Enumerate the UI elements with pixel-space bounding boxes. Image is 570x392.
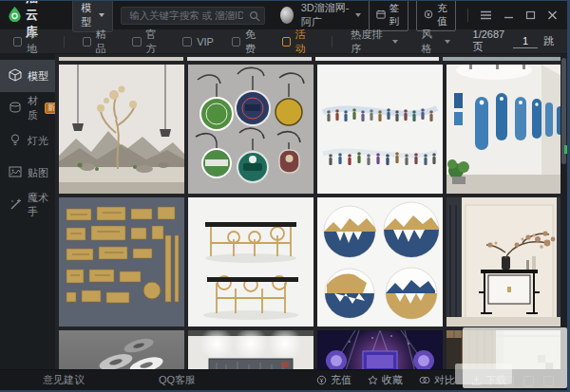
filter-label: 精品 — [96, 28, 115, 56]
sidebar-item-materials[interactable]: 材质 新 — [0, 92, 55, 124]
checkbox — [232, 37, 240, 47]
filter-label: 免费 — [245, 28, 264, 56]
thumbnail-wall-discs[interactable] — [317, 197, 443, 327]
sidebar-item-label: 模型 — [28, 69, 48, 84]
style-label: 风格 — [421, 28, 439, 56]
coin-icon — [424, 9, 433, 21]
search-icon[interactable] — [249, 9, 260, 26]
thumbnail-console-table[interactable] — [446, 197, 567, 327]
chevron-down-icon — [355, 13, 361, 17]
divider — [332, 36, 332, 47]
chevron-down-icon — [445, 40, 450, 44]
checkbox — [182, 37, 192, 47]
magic-wand-icon — [9, 197, 22, 213]
close-icon[interactable] — [547, 10, 558, 20]
thumbnail-people-cutouts[interactable] — [317, 65, 443, 194]
filter-vip[interactable]: VIP — [182, 36, 214, 47]
picture-icon — [9, 165, 22, 180]
sidebar-item-textures[interactable]: 贴图 — [0, 157, 55, 189]
sidebar-item-label: 魔术手 — [28, 191, 55, 219]
app-window: 溜云库 模型 3D溜溜网-阿广 签到 充值 — [0, 0, 570, 392]
checkbox — [83, 37, 91, 47]
window-controls — [480, 10, 558, 20]
menu-icon[interactable] — [480, 10, 492, 20]
thumbnail-grid — [59, 65, 567, 369]
search-input[interactable] — [121, 7, 265, 25]
action-label: 收藏 — [382, 373, 403, 387]
thumbnail-gold-carvings[interactable] — [59, 197, 184, 327]
thumbnail-culture-wall[interactable] — [446, 65, 567, 194]
filter-premium[interactable]: 精品 — [83, 28, 115, 56]
thumbnail-stage-lighting[interactable] — [317, 330, 443, 369]
signin-label: 签到 — [390, 2, 401, 28]
cube-icon — [9, 68, 22, 84]
sidebar: 模型 材质 新 灯光 贴图 魔术手 — [0, 54, 55, 369]
action-label: 充值 — [331, 373, 352, 387]
maximize-icon[interactable] — [525, 10, 536, 20]
watermark-overlay — [455, 364, 512, 384]
compare-action[interactable]: 对比 — [419, 373, 455, 387]
thumbnail-sign-boards[interactable] — [188, 65, 314, 194]
filter-label: 本地 — [27, 28, 46, 56]
sidebar-item-models[interactable]: 模型 — [0, 60, 55, 92]
jump-button[interactable]: 跳 — [543, 34, 554, 48]
filter-label: 官方 — [146, 28, 165, 56]
thumbnail-zen-garden[interactable] — [59, 65, 184, 194]
calendar-icon — [376, 9, 386, 21]
action-label: 对比 — [434, 373, 455, 387]
coin-icon — [316, 375, 327, 385]
filter-activity[interactable]: 活动 — [282, 28, 314, 56]
sidebar-item-label: 材质 — [28, 94, 38, 122]
checkbox — [132, 37, 141, 47]
scrollbar-marker — [564, 145, 567, 154]
drop-logo-icon — [8, 6, 22, 26]
material-icon — [9, 101, 22, 116]
search-wrap — [121, 6, 265, 25]
avatar[interactable] — [280, 7, 294, 24]
filter-free[interactable]: 免费 — [232, 28, 264, 56]
thumbnail-reception-wall[interactable] — [188, 330, 314, 369]
checkbox — [13, 37, 22, 47]
chevron-down-icon — [392, 40, 398, 44]
qq-service-link[interactable]: QQ客服 — [159, 373, 196, 387]
favorite-action[interactable]: 收藏 — [368, 373, 403, 387]
scrollbar[interactable] — [560, 54, 567, 369]
pagination: 1/2687页 跳 — [473, 28, 554, 54]
chevron-down-icon — [99, 13, 104, 17]
sort-dropdown[interactable]: 热度排序 — [351, 28, 398, 56]
filter-label: VIP — [197, 36, 214, 47]
compare-icon — [419, 375, 430, 385]
category-dropdown-label: 模型 — [81, 1, 94, 29]
page-info: 1/2687页 — [473, 28, 507, 54]
filter-official[interactable]: 官方 — [132, 28, 164, 56]
divider — [467, 9, 468, 22]
sidebar-item-label: 灯光 — [28, 134, 48, 148]
recharge-action[interactable]: 充值 — [316, 373, 352, 387]
user-menu[interactable]: 3D溜溜网-阿广 — [301, 1, 361, 29]
username-label: 3D溜溜网-阿广 — [301, 1, 351, 29]
sidebar-item-lights[interactable]: 灯光 — [0, 124, 55, 157]
star-icon — [368, 375, 378, 385]
page-input[interactable] — [513, 35, 538, 48]
filter-local[interactable]: 本地 — [13, 28, 46, 56]
filter-label: 活动 — [295, 28, 314, 56]
titlebar: 溜云库 模型 3D溜溜网-阿广 签到 充值 — [0, 1, 567, 29]
bulb-icon — [9, 133, 22, 148]
thumbnail-gold-bar-table[interactable] — [188, 197, 314, 327]
divider — [64, 36, 65, 47]
sidebar-item-label: 贴图 — [28, 166, 48, 180]
minimize-icon[interactable] — [504, 10, 514, 20]
sidebar-item-magic-hand[interactable]: 魔术手 — [0, 189, 55, 221]
content-area — [55, 54, 567, 369]
sort-label: 热度排序 — [351, 28, 388, 56]
filterbar: 本地 精品 官方 VIP 免费 活动 热度排序 风格 1/2687页 跳 — [0, 29, 567, 54]
recharge-label: 充值 — [437, 2, 448, 28]
checkbox — [282, 37, 291, 47]
previous-row-slivers — [59, 57, 567, 61]
style-dropdown[interactable]: 风格 — [421, 28, 449, 56]
feedback-link[interactable]: 意见建议 — [43, 373, 85, 387]
thumbnail-disc-components[interactable] — [59, 330, 184, 369]
